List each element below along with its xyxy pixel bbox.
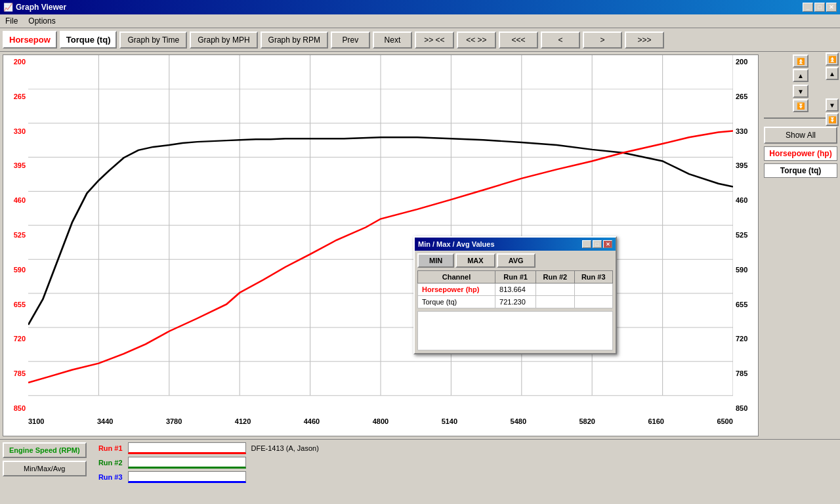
modal-tabs: MIN MAX AVG: [417, 253, 613, 268]
y-label-right: 720: [733, 335, 758, 343]
run1-label: Run #1: [89, 444, 125, 452]
y-label-left: 655: [3, 301, 28, 308]
y-label-right: 265: [733, 93, 758, 100]
run2-color-box: [128, 457, 246, 469]
x-axis: 3100344037804120446048005140548058206160…: [28, 415, 733, 436]
right-scroll-up-button[interactable]: ▲: [826, 67, 839, 80]
show-all-button[interactable]: Show All: [764, 127, 837, 144]
window-icon: 📈: [3, 3, 13, 12]
chart-container: 850785720655590525460395330265200 850785…: [3, 54, 759, 436]
prev-button[interactable]: Prev: [331, 32, 370, 49]
x-label: 3100: [28, 417, 44, 425]
forward-button[interactable]: >: [583, 32, 622, 49]
right-scroll-down-button[interactable]: ▼: [826, 98, 839, 112]
y-label-left: 395: [3, 161, 28, 169]
graph-by-time-button[interactable]: Graph by Time: [119, 32, 187, 49]
x-label: 5820: [579, 417, 595, 425]
row1-channel: Horsepower (hp): [418, 284, 495, 296]
x-label: 6500: [717, 417, 732, 425]
close-button[interactable]: ✕: [826, 3, 837, 12]
back-button[interactable]: <: [541, 32, 580, 49]
table-row: Horsepower (hp) 813.664: [418, 284, 613, 296]
right-scroll-down-fast-button[interactable]: ⏬: [826, 113, 839, 126]
row1-run3: [574, 284, 612, 296]
scroll-group-1: ⏫ ▲: [793, 54, 808, 82]
modal-tab-min[interactable]: MIN: [417, 253, 454, 268]
x-label: 6160: [648, 417, 663, 425]
menu-options[interactable]: Options: [26, 16, 58, 26]
run2-row: Run #2: [89, 457, 319, 469]
chart-wrapper: 850785720655590525460395330265200 850785…: [3, 55, 758, 436]
y-label-left: 200: [3, 58, 28, 66]
modal-table: Channel Run #1 Run #2 Run #3 Horsepower …: [417, 270, 613, 308]
y-label-left: 850: [3, 404, 28, 412]
chart-svg: [28, 55, 733, 415]
modal-title-bar: Min / Max / Avg Values _ □ ✕: [415, 238, 616, 251]
y-label-left: 460: [3, 196, 28, 204]
min-max-avg-button[interactable]: Min/Max/Avg: [3, 461, 87, 476]
y-label-right: 200: [733, 58, 758, 66]
run1-row: Run #1 DFE-1413 (A, Jason): [89, 442, 319, 454]
run3-color-box: [128, 471, 246, 483]
modal-content: MIN MAX AVG Channel Run #1 Run #2 Run #3…: [415, 251, 616, 353]
engine-speed-button[interactable]: Engine Speed (RPM): [3, 442, 87, 458]
x-label: 5480: [511, 417, 526, 425]
y-label-right: 590: [733, 266, 758, 274]
fast-prev-button[interactable]: >> <<: [415, 32, 454, 49]
x-label: 5140: [442, 417, 457, 425]
scroll-up-button[interactable]: ▲: [793, 69, 808, 82]
menu-file[interactable]: File: [3, 16, 20, 26]
run3-label: Run #3: [89, 473, 125, 481]
next-button[interactable]: Next: [373, 32, 412, 49]
y-axis-right: 850785720655590525460395330265200: [733, 55, 758, 415]
run-rows: Run #1 DFE-1413 (A, Jason) Run #2 Run #3: [89, 442, 319, 489]
row2-channel: Torque (tq): [418, 296, 495, 308]
modal-restore-button[interactable]: □: [593, 240, 602, 248]
y-axis-left: 850785720655590525460395330265200: [3, 55, 28, 415]
title-bar: 📈 Graph Viewer _ □ ✕: [0, 0, 840, 14]
fast-next-button[interactable]: << >>: [457, 32, 496, 49]
maximize-button[interactable]: □: [814, 3, 825, 12]
legend-torque: Torque (tq): [764, 163, 837, 178]
run2-label: Run #2: [89, 459, 125, 467]
minimize-button[interactable]: _: [803, 3, 813, 12]
col-run1: Run #1: [495, 271, 536, 284]
x-label: 4800: [373, 417, 388, 425]
scroll-down-button[interactable]: ▼: [793, 85, 808, 98]
col-run3: Run #3: [574, 271, 612, 284]
y-label-left: 525: [3, 231, 28, 239]
y-label-right: 395: [733, 161, 758, 169]
window-title: Graph Viewer: [16, 3, 66, 12]
scroll-down-fast-button[interactable]: ⏬: [793, 99, 808, 112]
legend-horsepower: Horsepower (hp): [764, 146, 837, 161]
x-label: 3780: [166, 417, 182, 425]
x-label: 4460: [304, 417, 320, 425]
tab-horsepower[interactable]: Horsepow: [3, 31, 57, 49]
modal-empty-area: [417, 311, 613, 350]
table-row: Torque (tq) 721.230: [418, 296, 613, 308]
row2-run1: 721.230: [495, 296, 536, 308]
graph-by-mph-button[interactable]: Graph by MPH: [190, 32, 257, 49]
tab-torque[interactable]: Torque (tq): [60, 31, 117, 49]
y-label-left: 590: [3, 266, 28, 274]
modal-title-text: Min / Max / Avg Values: [418, 240, 495, 248]
fast-forward-button[interactable]: >>>: [625, 32, 664, 49]
rewind-button[interactable]: <<<: [499, 32, 538, 49]
modal-tab-avg[interactable]: AVG: [497, 253, 536, 268]
right-scroll-up-fast-button[interactable]: ⏫: [826, 52, 839, 66]
col-run2: Run #2: [536, 271, 574, 284]
modal-close-button[interactable]: ✕: [603, 240, 612, 248]
graph-by-rpm-button[interactable]: Graph by RPM: [261, 32, 328, 49]
modal-tab-max[interactable]: MAX: [455, 253, 495, 268]
y-label-left: 265: [3, 93, 28, 100]
modal-minimize-button[interactable]: _: [582, 240, 591, 248]
row2-run2: [536, 296, 574, 308]
run1-color-box: [128, 442, 246, 454]
modal-dialog[interactable]: Min / Max / Avg Values _ □ ✕ MIN MAX AVG…: [413, 236, 617, 354]
y-label-left: 330: [3, 127, 28, 135]
x-label: 3440: [97, 417, 113, 425]
run1-name: DFE-1413 (A, Jason): [249, 444, 319, 452]
y-label-left: 720: [3, 335, 28, 343]
scroll-up-fast-button[interactable]: ⏫: [793, 54, 808, 68]
y-label-right: 850: [733, 404, 758, 412]
